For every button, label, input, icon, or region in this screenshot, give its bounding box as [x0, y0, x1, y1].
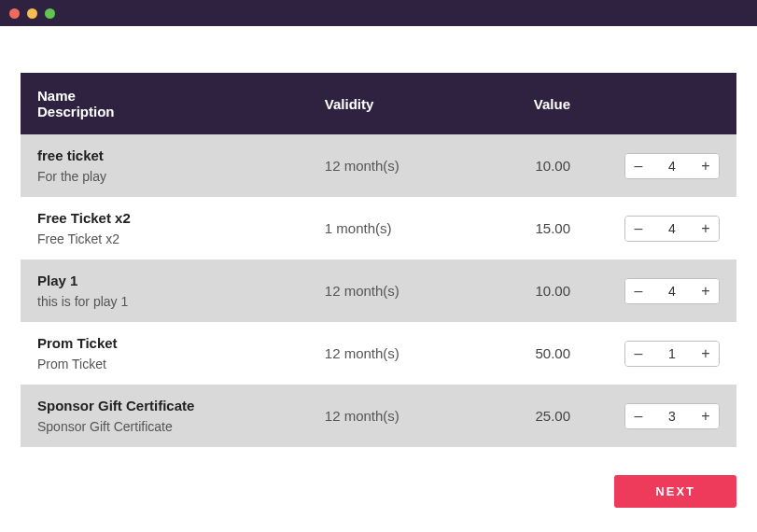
cell-name-description: Play 1 this is for play 1 — [21, 259, 308, 322]
cell-name-description: Prom Ticket Prom Ticket — [21, 322, 308, 385]
cell-name-description: free ticket For the play — [21, 134, 308, 197]
cell-value: 15.00 — [471, 197, 608, 259]
cell-name-description: Free Ticket x2 Free Ticket x2 — [21, 197, 308, 259]
footer: NEXT — [0, 447, 757, 508]
col-name-description: Name Description — [21, 73, 308, 134]
decrement-button[interactable]: – — [625, 217, 652, 241]
quantity-stepper: – 4 + — [624, 278, 720, 304]
ticket-description: this is for play 1 — [37, 294, 291, 309]
cell-quantity: – 1 + — [608, 322, 736, 385]
cell-quantity: – 4 + — [608, 134, 736, 197]
ticket-description: Prom Ticket — [37, 357, 291, 371]
quantity-stepper: – 4 + — [624, 153, 720, 179]
close-icon[interactable] — [9, 8, 20, 19]
increment-button[interactable]: + — [693, 217, 719, 241]
quantity-value: 3 — [652, 409, 693, 424]
cell-validity: 12 month(s) — [308, 259, 471, 322]
ticket-name: Free Ticket x2 — [37, 210, 291, 226]
cell-validity: 12 month(s) — [308, 134, 471, 197]
main-content: Name Description Validity Value free tic… — [0, 26, 757, 447]
cell-quantity: – 4 + — [608, 259, 736, 322]
table-row: Play 1 this is for play 1 12 month(s) 10… — [21, 259, 736, 322]
ticket-description: Free Ticket x2 — [37, 231, 291, 246]
increment-button[interactable]: + — [693, 279, 719, 303]
table-header-row: Name Description Validity Value — [21, 73, 736, 134]
cell-value: 25.00 — [471, 385, 608, 447]
decrement-button[interactable]: – — [625, 154, 652, 178]
cell-validity: 12 month(s) — [308, 385, 471, 447]
decrement-button[interactable]: – — [625, 404, 652, 428]
table-row: free ticket For the play 12 month(s) 10.… — [21, 134, 736, 197]
ticket-name: Sponsor Gift Certificate — [37, 398, 291, 413]
cell-validity: 12 month(s) — [308, 322, 471, 385]
ticket-name: Prom Ticket — [37, 335, 291, 351]
ticket-name: free ticket — [37, 147, 291, 163]
col-description-label: Description — [37, 104, 291, 119]
cell-validity: 1 month(s) — [308, 197, 471, 259]
minimize-icon[interactable] — [27, 8, 37, 19]
quantity-value: 4 — [652, 221, 693, 236]
quantity-value: 4 — [652, 159, 693, 174]
decrement-button[interactable]: – — [625, 342, 652, 366]
cell-value: 50.00 — [471, 322, 608, 385]
quantity-stepper: – 4 + — [624, 216, 720, 242]
decrement-button[interactable]: – — [625, 279, 652, 303]
ticket-description: Sponsor Gift Certificate — [37, 419, 291, 434]
cell-value: 10.00 — [471, 259, 608, 322]
cell-value: 10.00 — [471, 134, 608, 197]
col-quantity — [608, 73, 736, 134]
quantity-value: 4 — [652, 284, 693, 299]
ticket-name: Play 1 — [37, 273, 291, 288]
cell-quantity: – 3 + — [608, 385, 736, 447]
col-value-label: Value — [471, 73, 608, 134]
ticket-description: For the play — [37, 169, 291, 184]
quantity-stepper: – 3 + — [624, 403, 720, 429]
table-row: Prom Ticket Prom Ticket 12 month(s) 50.0… — [21, 322, 736, 385]
cell-quantity: – 4 + — [608, 197, 736, 259]
col-validity-label: Validity — [308, 73, 471, 134]
maximize-icon[interactable] — [45, 8, 55, 19]
increment-button[interactable]: + — [693, 154, 719, 178]
increment-button[interactable]: + — [693, 342, 719, 366]
tickets-table: Name Description Validity Value free tic… — [21, 73, 736, 447]
next-button[interactable]: NEXT — [614, 475, 736, 508]
quantity-stepper: – 1 + — [624, 341, 720, 367]
table-row: Sponsor Gift Certificate Sponsor Gift Ce… — [21, 385, 736, 447]
cell-name-description: Sponsor Gift Certificate Sponsor Gift Ce… — [21, 385, 308, 447]
increment-button[interactable]: + — [693, 404, 719, 428]
quantity-value: 1 — [652, 346, 693, 361]
window-titlebar — [0, 0, 757, 26]
col-name-label: Name — [37, 88, 291, 104]
table-row: Free Ticket x2 Free Ticket x2 1 month(s)… — [21, 197, 736, 259]
